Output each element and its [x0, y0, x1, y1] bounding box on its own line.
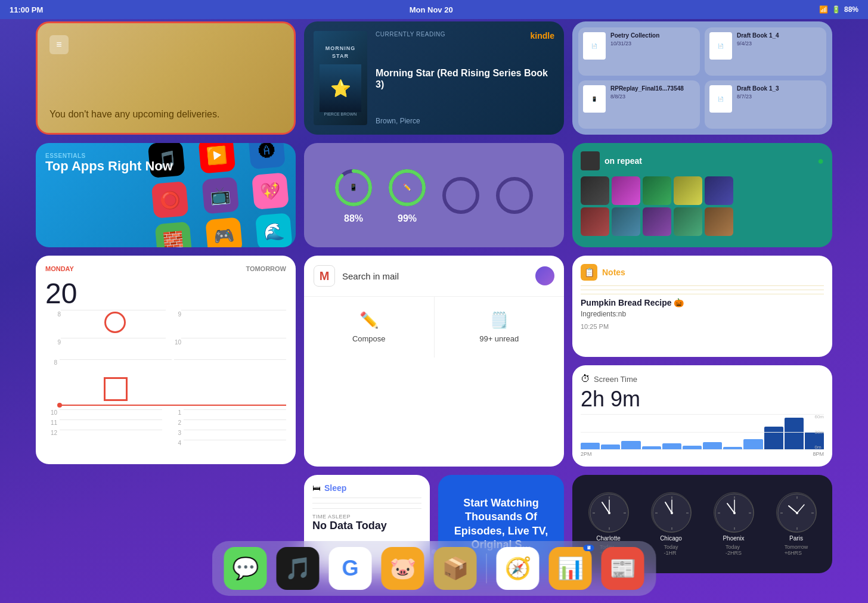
file-name-1: Poetry Collection — [610, 32, 695, 39]
album-4 — [674, 176, 702, 205]
svg-point-23 — [671, 512, 673, 514]
cal-current-time — [45, 405, 286, 406]
cal-row-12: 12 3 — [45, 430, 286, 436]
st-label-60: 60m — [814, 414, 824, 419]
app-icon-misc1: 🎮 — [205, 217, 243, 247]
sleep-header: 🛏 Sleep — [312, 483, 421, 493]
cal-more-times: 11 2 — [45, 419, 286, 426]
file-item-3[interactable]: 📱 RPReplay_Final16...73548 8/8/23 — [578, 80, 700, 129]
album-2 — [612, 176, 640, 205]
file-meta-4: Draft Book 1_3 8/7/23 — [737, 85, 822, 100]
cal-row-detail-8: 8 — [45, 359, 286, 374]
dock-safari[interactable]: 🧭 — [497, 547, 540, 590]
notes-line-1 — [581, 285, 824, 286]
dock-flipboard[interactable]: 📰 — [602, 547, 644, 590]
dock-keewordz[interactable]: 📊 🖥 — [549, 547, 592, 590]
notes-widget[interactable]: 📋 Notes Pumpkin Bread Recipe 🎃 Ingredien… — [572, 256, 832, 357]
sleep-title: Sleep — [324, 483, 346, 493]
battery-widget: 📱 88% ✏️ 99% — [304, 143, 564, 247]
gmail-unread-label: 99+ unread — [479, 334, 519, 343]
status-time: 11:00 PM — [10, 5, 43, 14]
spotify-widget[interactable]: on repeat ● — [572, 143, 832, 247]
pencil-ring: ✏️ — [386, 167, 428, 209]
cal-time-10: 10 — [166, 338, 181, 346]
calendar-widget[interactable]: MONDAY TOMORROW 20 8 9 9 10 — [36, 256, 296, 464]
battery-ipad-pct: 88% — [344, 213, 363, 224]
clock-sub-phoenix: Today-2HRS — [726, 544, 742, 556]
notes-content: Ingredients:nb — [581, 310, 824, 318]
notes-line-3 — [581, 294, 824, 294]
file-meta-1: Poetry Collection 10/31/23 — [610, 32, 695, 46]
dock-messages[interactable]: 💬 — [224, 547, 267, 590]
st-grid-30 — [581, 432, 824, 433]
gmail-unread[interactable]: 🗒️ 99+ unread — [435, 297, 565, 358]
delivery-widget[interactable]: ≡ You don't have any upcoming deliveries… — [36, 21, 296, 135]
file-item-4[interactable]: 📄 Draft Book 1_3 8/7/23 — [705, 80, 826, 129]
gmail-search-text[interactable]: Search in mail — [342, 271, 528, 281]
st-icon: ⏱ — [581, 374, 590, 384]
st-label-0: 0m — [814, 445, 824, 450]
album-8 — [643, 207, 671, 236]
st-chart: 60m 30m 0m — [581, 414, 824, 450]
cal-time-8: 8 — [45, 310, 61, 318]
cal-tomorrow: TOMORROW — [246, 265, 286, 272]
appstore-widget[interactable]: ESSENTIALS Top Apps Right Now 🎵 ▶️ 🅐 ⭕ 📺… — [36, 143, 296, 247]
spotify-title-area: on repeat — [581, 151, 642, 170]
svg-point-31 — [733, 512, 736, 514]
cal-row-detail-circle — [45, 377, 286, 401]
battery-pct: 88% — [844, 5, 858, 14]
spotify-header: on repeat ● — [581, 151, 824, 170]
notes-icon: 📋 — [581, 264, 597, 281]
file-item-2[interactable]: 📄 Draft Book 1_4 9/4/23 — [705, 27, 826, 76]
battery-empty1 — [440, 175, 482, 216]
svg-text:📱: 📱 — [349, 183, 358, 191]
kindle-book-cover: MORNINGSTAR ⭐ PIERCE BROWN — [314, 31, 367, 125]
gmail-widget[interactable]: M Search in mail ✏️ Compose 🗒️ 99+ unrea… — [304, 256, 564, 467]
dock-google[interactable]: G — [329, 547, 372, 590]
album-5 — [705, 176, 733, 205]
notes-line-2 — [581, 290, 824, 290]
st-grid-0 — [581, 449, 824, 450]
cal-row-9: 9 10 — [45, 338, 286, 355]
gmail-search-bar[interactable]: M Search in mail — [304, 256, 564, 297]
kindle-widget[interactable]: MORNINGSTAR ⭐ PIERCE BROWN CURRENTLY REA… — [304, 21, 564, 135]
gmail-avatar[interactable] — [535, 266, 554, 285]
cal-time-9: 9 — [166, 310, 181, 318]
cal-rows: 8 9 9 10 — [45, 310, 286, 355]
st-grid-60 — [581, 414, 824, 415]
sleep-line-1 — [312, 498, 421, 498]
cal-time-dot — [57, 403, 62, 408]
gmail-compose[interactable]: ✏️ Compose — [304, 297, 434, 358]
app-icon-barbie: 💖 — [252, 172, 289, 210]
file-item-1[interactable]: 📄 Poetry Collection 10/31/23 — [578, 27, 700, 76]
gmail-m-icon: M — [314, 265, 335, 287]
clock-phoenix: Phoenix Today-2HRS — [714, 492, 754, 556]
kindle-logo: kindle — [531, 31, 554, 41]
file-thumb-1: 📄 — [583, 32, 606, 60]
delivery-message: You don't have any upcoming deliveries. — [49, 108, 282, 121]
file-name-4: Draft Book 1_3 — [737, 85, 822, 92]
clock-city-phoenix: Phoenix — [723, 535, 744, 542]
spotify-on-repeat: on repeat — [604, 156, 642, 166]
files-widget[interactable]: 📄 Poetry Collection 10/31/23 📄 Draft Boo… — [572, 21, 832, 135]
st-title: Screen Time — [594, 375, 637, 384]
clock-paris: Paris Tomorrow+6HRS — [776, 492, 817, 556]
cal-detail-grid: 8 10 1 — [45, 359, 286, 446]
file-thumb-3: 📱 — [583, 85, 606, 113]
svg-text:✏️: ✏️ — [403, 183, 411, 191]
cal-content-9 — [181, 310, 286, 327]
clock-face-paris — [776, 492, 817, 533]
clock-sub-paris: Tomorrow+6HRS — [785, 544, 808, 556]
dock-piggy[interactable]: 🐷 — [382, 547, 424, 590]
dock-spotify[interactable]: 🎵 — [277, 547, 320, 590]
dock: 💬 🎵 G 🐷 📦 🧭 📊 🖥 📰 — [212, 541, 656, 596]
st-time-labels: 2PM 8PM — [581, 451, 824, 457]
sleep-icon: 🛏 — [312, 483, 321, 493]
notes-time: 10:25 PM — [581, 323, 824, 330]
clock-face-charlotte — [588, 492, 629, 533]
album-6 — [581, 207, 609, 236]
cal-content-8 — [61, 310, 166, 333]
sleep-line-3 — [312, 508, 421, 509]
dock-deliveries[interactable]: 📦 — [434, 547, 477, 590]
cal-date: 20 — [45, 277, 286, 310]
